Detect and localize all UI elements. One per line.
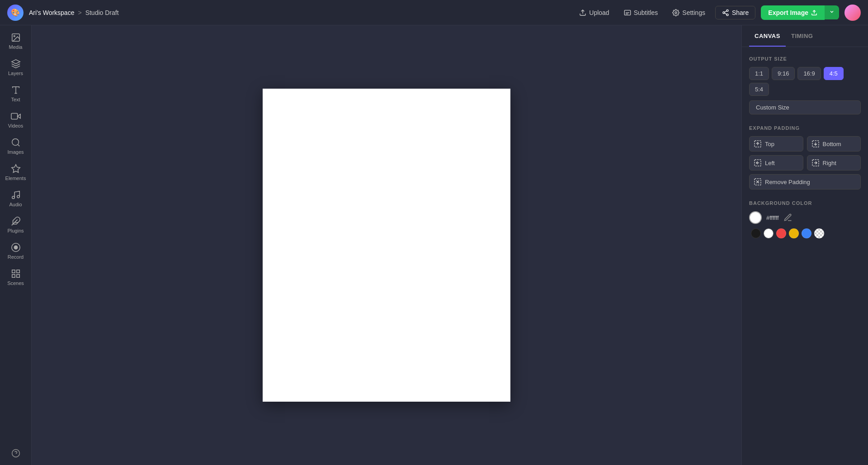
size-9-16-button[interactable]: 9:16 bbox=[772, 67, 795, 80]
layers-icon bbox=[11, 59, 21, 69]
size-16-9-button[interactable]: 16:9 bbox=[797, 67, 821, 80]
text-icon bbox=[11, 85, 21, 95]
size-4-5-button[interactable]: 4:5 bbox=[824, 67, 844, 80]
panel-tabs: CANVAS TIMING bbox=[742, 25, 868, 47]
panel-content: OUTPUT SIZE 1:1 9:16 16:9 4:5 5:4 Custom… bbox=[742, 47, 868, 247]
sidebar-item-images-label: Images bbox=[7, 149, 24, 155]
tab-timing[interactable]: TIMING bbox=[786, 25, 819, 47]
svg-marker-16 bbox=[17, 114, 20, 118]
share-button[interactable]: Share bbox=[715, 6, 755, 19]
sidebar-item-audio[interactable]: Audio bbox=[2, 186, 29, 211]
record-icon bbox=[11, 242, 21, 252]
sidebar-item-record-label: Record bbox=[8, 254, 24, 260]
output-size-title: OUTPUT SIZE bbox=[749, 56, 861, 62]
swatch-blue[interactable] bbox=[802, 228, 811, 238]
remove-padding-button[interactable]: Remove Padding bbox=[749, 174, 861, 190]
sidebar-item-plugins-label: Plugins bbox=[7, 228, 24, 233]
media-icon bbox=[11, 33, 21, 43]
expand-padding-title: EXPAND PADDING bbox=[749, 125, 861, 131]
header: 🎨 Ari's Workspace > Studio Draft Upload … bbox=[0, 0, 868, 25]
color-picker-icon[interactable] bbox=[783, 213, 793, 222]
export-button[interactable]: Export Image bbox=[761, 5, 825, 20]
breadcrumb: Ari's Workspace > Studio Draft bbox=[29, 9, 119, 16]
settings-label: Settings bbox=[682, 9, 705, 16]
padding-right-label: Right bbox=[823, 160, 836, 166]
breadcrumb-separator: > bbox=[78, 9, 81, 16]
color-swatches bbox=[751, 228, 824, 238]
plugins-icon bbox=[11, 216, 21, 226]
sidebar-item-scenes-label: Scenes bbox=[7, 280, 24, 286]
gear-icon bbox=[672, 9, 679, 16]
svg-rect-17 bbox=[11, 114, 17, 119]
padding-right-button[interactable]: Right bbox=[807, 155, 861, 171]
workspace-name[interactable]: Ari's Workspace bbox=[29, 9, 74, 16]
sidebar-item-videos[interactable]: Videos bbox=[2, 108, 29, 132]
expand-padding-section: EXPAND PADDING Top bbox=[749, 125, 861, 190]
sidebar-item-text-label: Text bbox=[11, 97, 20, 102]
svg-rect-26 bbox=[12, 270, 14, 273]
svg-marker-13 bbox=[11, 60, 19, 64]
padding-bottom-button[interactable]: Bottom bbox=[807, 136, 861, 152]
padding-top-button[interactable]: Top bbox=[749, 136, 803, 152]
help-button[interactable] bbox=[2, 445, 29, 461]
padding-left-button[interactable]: Left bbox=[749, 155, 803, 171]
swatch-black[interactable] bbox=[751, 228, 761, 238]
svg-point-4 bbox=[675, 12, 677, 14]
size-1-1-button[interactable]: 1:1 bbox=[749, 67, 769, 80]
svg-point-18 bbox=[12, 139, 19, 146]
svg-point-20 bbox=[12, 196, 14, 199]
sidebar-item-images[interactable]: Images bbox=[2, 134, 29, 158]
svg-line-8 bbox=[725, 13, 727, 14]
sidebar-item-layers[interactable]: Layers bbox=[2, 55, 29, 80]
scenes-icon bbox=[11, 269, 21, 279]
swatch-yellow[interactable] bbox=[789, 228, 799, 238]
header-actions: Upload Subtitles Settings Share Export I… bbox=[575, 5, 861, 21]
videos-icon bbox=[11, 111, 21, 121]
svg-rect-29 bbox=[12, 275, 14, 277]
canvas-document bbox=[263, 89, 510, 402]
audio-icon bbox=[11, 190, 21, 200]
swatch-transparent[interactable] bbox=[814, 228, 824, 238]
export-icon bbox=[811, 9, 817, 16]
sidebar-item-plugins[interactable]: Plugins bbox=[2, 213, 29, 237]
svg-line-9 bbox=[725, 11, 727, 12]
swatch-white[interactable] bbox=[764, 228, 774, 238]
size-5-4-button[interactable]: 5:4 bbox=[749, 83, 769, 96]
padding-top-icon bbox=[754, 140, 761, 147]
export-dropdown-button[interactable] bbox=[825, 5, 839, 19]
subtitles-icon bbox=[624, 9, 631, 16]
bg-color-row: #ffffff bbox=[749, 211, 861, 238]
custom-size-button[interactable]: Custom Size bbox=[749, 100, 861, 114]
svg-point-12 bbox=[14, 35, 15, 37]
upload-button[interactable]: Upload bbox=[575, 6, 613, 19]
output-size-section: OUTPUT SIZE 1:1 9:16 16:9 4:5 5:4 Custom… bbox=[749, 56, 861, 114]
background-color-section: BACKGROUND COLOR #ffffff bbox=[749, 200, 861, 238]
workspace-logo[interactable]: 🎨 bbox=[7, 5, 24, 21]
project-name: Studio Draft bbox=[85, 9, 119, 16]
sidebar-item-record[interactable]: Record bbox=[2, 239, 29, 263]
svg-point-21 bbox=[17, 195, 19, 198]
padding-grid: Top Bottom bbox=[749, 136, 861, 171]
sidebar-item-media[interactable]: Media bbox=[2, 29, 29, 53]
images-icon bbox=[11, 138, 21, 147]
subtitles-button[interactable]: Subtitles bbox=[619, 6, 663, 19]
sidebar-item-videos-label: Videos bbox=[8, 123, 23, 128]
sidebar-item-text[interactable]: Text bbox=[2, 81, 29, 106]
padding-bottom-icon bbox=[812, 140, 819, 147]
bg-color-preview[interactable] bbox=[749, 211, 762, 224]
swatch-red[interactable] bbox=[776, 228, 786, 238]
canvas-area[interactable] bbox=[32, 25, 741, 465]
share-icon bbox=[722, 9, 729, 16]
sidebar-item-scenes[interactable]: Scenes bbox=[2, 265, 29, 289]
sidebar-item-elements[interactable]: Elements bbox=[2, 160, 29, 185]
help-icon bbox=[11, 449, 20, 458]
size-buttons-group: 1:1 9:16 16:9 4:5 5:4 bbox=[749, 67, 861, 96]
settings-button[interactable]: Settings bbox=[668, 6, 710, 19]
padding-left-label: Left bbox=[765, 160, 775, 166]
padding-bottom-label: Bottom bbox=[823, 141, 841, 147]
svg-rect-28 bbox=[16, 275, 19, 277]
tab-canvas[interactable]: CANVAS bbox=[749, 25, 786, 47]
avatar[interactable] bbox=[844, 5, 861, 21]
bg-color-hex[interactable]: #ffffff bbox=[766, 214, 779, 221]
upload-icon bbox=[579, 9, 586, 16]
